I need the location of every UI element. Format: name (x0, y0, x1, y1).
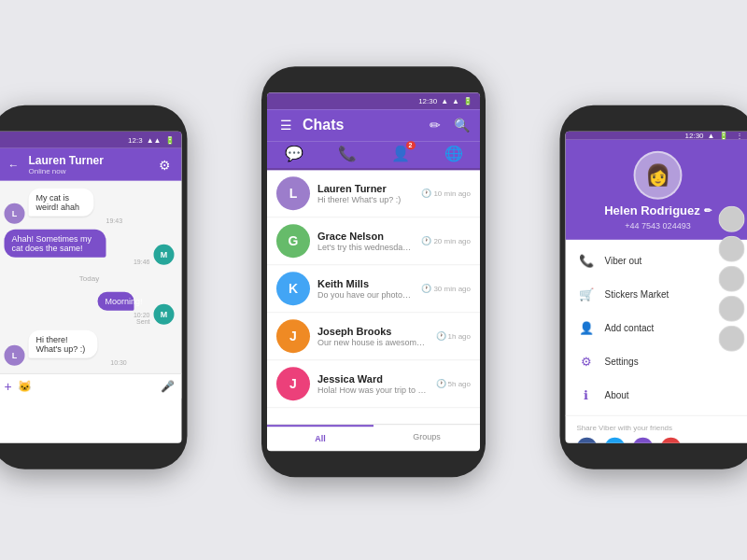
avatar: G (276, 224, 310, 258)
back-icon[interactable]: ← (5, 158, 23, 171)
tab-contacts[interactable]: 👤2 (391, 145, 410, 162)
side-avatars (719, 206, 745, 352)
tabs-row: 💬 📞 👤2 🌐 (267, 141, 480, 170)
settings-icon[interactable]: ⚙ (156, 157, 175, 172)
msg-bubble-out2: Moorning! 10:20 Sent (97, 292, 149, 325)
edit-profile-icon[interactable]: ✏ (704, 205, 712, 216)
chat-info: Joseph Brooks Our new house is awesome! … (317, 326, 429, 347)
chat-item[interactable]: K Keith Mills Do you have our photos fro… (267, 265, 480, 313)
conv-header: ← Lauren Turner Online now ⚙ (0, 148, 182, 181)
right-phone: 12:30 ▲ 🔋 ⋮ 👩 Helen Rodriguez ✏ +44 7543… (560, 105, 748, 469)
tab-chats[interactable]: 💬 (285, 145, 303, 162)
menu-label: Add contact (605, 322, 655, 332)
center-status-bar: 12:30 ▲ ▲ 🔋 (267, 92, 480, 109)
side-avatar (719, 296, 745, 322)
center-battery-icon: 🔋 (463, 97, 472, 105)
chat-time: 🕐 1h ago (436, 331, 471, 341)
about-icon: ℹ (577, 385, 596, 404)
chat-item[interactable]: J Joseph Brooks Our new house is awesome… (267, 313, 480, 360)
chat-preview: Let's try this wednesday... Is that alri… (317, 243, 414, 252)
chat-info: Keith Mills Do you have our photos from … (317, 278, 414, 300)
center-wifi-icon: ▲ (452, 97, 459, 105)
menu-label: About (605, 389, 629, 399)
conv-input-bar: + 🐱 🎤 (0, 373, 182, 399)
share-viber[interactable]: v (633, 438, 654, 443)
sticker-icon[interactable]: 🐱 (18, 380, 32, 393)
chat-info: Lauren Turner Hi there! What's up? :) (317, 183, 414, 204)
chat-name: Joseph Brooks (317, 326, 429, 337)
right-battery-icon: 🔋 (719, 132, 728, 140)
msg-row: Ahah! Sometimes my cat does the same! 19… (5, 230, 175, 265)
tab-groups[interactable]: Groups (374, 425, 480, 451)
chat-item[interactable]: G Grace Nelson Let's try this wednesday.… (267, 217, 480, 265)
chat-info: Grace Nelson Let's try this wednesday...… (317, 231, 414, 252)
chat-name: Grace Nelson (317, 231, 414, 242)
center-status-time: 12:30 (418, 97, 437, 105)
conv-contact-status: Online now (29, 167, 150, 175)
chat-list: L Lauren Turner Hi there! What's up? :) … (267, 170, 480, 424)
share-icons: f t v ✉ (577, 438, 740, 443)
chat-item[interactable]: L Lauren Turner Hi there! What's up? :) … (267, 170, 480, 217)
msg-row: L My cat is weird! ahah 19:43 (5, 189, 175, 224)
left-battery-icon: 🔋 (165, 135, 175, 144)
search-icon[interactable]: 🔍 (452, 118, 471, 133)
profile-avatar: 👩 (634, 151, 683, 200)
side-avatar (719, 266, 745, 292)
msg-row: L Hi there! What's up? :) 10:30 (5, 330, 175, 366)
conv-contact-name: Lauren Turner (29, 154, 150, 167)
tab-calls[interactable]: 📞 (338, 145, 357, 162)
profile-phone: +44 7543 024493 (625, 221, 690, 231)
menu-item-about[interactable]: ℹ About (566, 378, 748, 412)
avatar: L (5, 345, 25, 366)
msg-bubble-in: My cat is weird! ahah 19:43 (29, 189, 123, 224)
avatar: M (154, 245, 175, 265)
menu-label: Viber out (605, 255, 642, 265)
chat-time: 🕐 30 min ago (421, 284, 471, 293)
chat-time: 🕐 20 min ago (421, 236, 471, 245)
menu-label: Settings (605, 356, 639, 366)
tab-more[interactable]: 🌐 (444, 145, 463, 162)
add-icon[interactable]: + (5, 379, 12, 394)
avatar: K (276, 272, 310, 305)
chat-preview: Our new house is awesome! You should com… (317, 338, 429, 347)
chat-name: Jessica Ward (317, 373, 429, 385)
avatar: J (276, 367, 310, 400)
scene: 12:3 ▲▲ 🔋 ← Lauren Turner Online now ⚙ L (9, 9, 738, 551)
chat-item[interactable]: J Jessica Ward Hola! How was your trip t… (267, 360, 480, 408)
mic-icon[interactable]: 🎤 (161, 380, 175, 393)
share-facebook[interactable]: f (577, 438, 598, 443)
share-twitter[interactable]: t (605, 438, 626, 443)
menu-icon[interactable]: ☰ (276, 118, 295, 133)
left-status-bar: 12:3 ▲▲ 🔋 (0, 132, 182, 148)
date-divider: Today (5, 274, 175, 283)
conv-body: L My cat is weird! ahah 19:43 Ahah! Some… (0, 181, 182, 373)
stickers-icon: 🛒 (577, 285, 596, 303)
msg-bubble-in2: Hi there! What's up? :) 10:30 (29, 330, 127, 366)
edit-icon[interactable]: ✏ (426, 118, 444, 133)
share-label: Share Viber with your friends (577, 424, 740, 432)
avatar: L (276, 176, 310, 210)
left-signal-icon: ▲▲ (147, 135, 162, 144)
right-phone-screen: 12:30 ▲ 🔋 ⋮ 👩 Helen Rodriguez ✏ +44 7543… (566, 132, 748, 443)
side-avatar (719, 236, 745, 262)
chat-info: Jessica Ward Hola! How was your trip to … (317, 373, 429, 395)
side-avatar (719, 326, 745, 352)
chat-preview: Hi there! What's up? :) (317, 195, 414, 204)
add-contact-icon: 👤 (577, 318, 596, 337)
chat-time: 🕐 5h ago (436, 379, 471, 388)
center-phone: 12:30 ▲ ▲ 🔋 ☰ Chats ✏ 🔍 💬 📞 👤2 🌐 (261, 66, 486, 477)
menu-label: Stickers Market (605, 288, 669, 299)
right-menu-dots[interactable]: ⋮ (736, 132, 743, 140)
chat-preview: Do you have our photos from the nye? (317, 290, 414, 300)
viber-out-icon: 📞 (577, 251, 596, 270)
msg-row: Moorning! 10:20 Sent M (5, 292, 175, 325)
tab-all[interactable]: All (267, 425, 374, 451)
chat-name: Lauren Turner (317, 183, 414, 194)
contacts-badge: 2 (406, 141, 416, 149)
right-status-bar: 12:30 ▲ 🔋 ⋮ (566, 132, 748, 140)
settings-icon: ⚙ (577, 352, 596, 371)
right-signal-icon: ▲ (708, 132, 715, 140)
right-status-time: 12:30 (685, 132, 704, 140)
share-email[interactable]: ✉ (661, 438, 682, 443)
side-avatar (719, 206, 745, 232)
